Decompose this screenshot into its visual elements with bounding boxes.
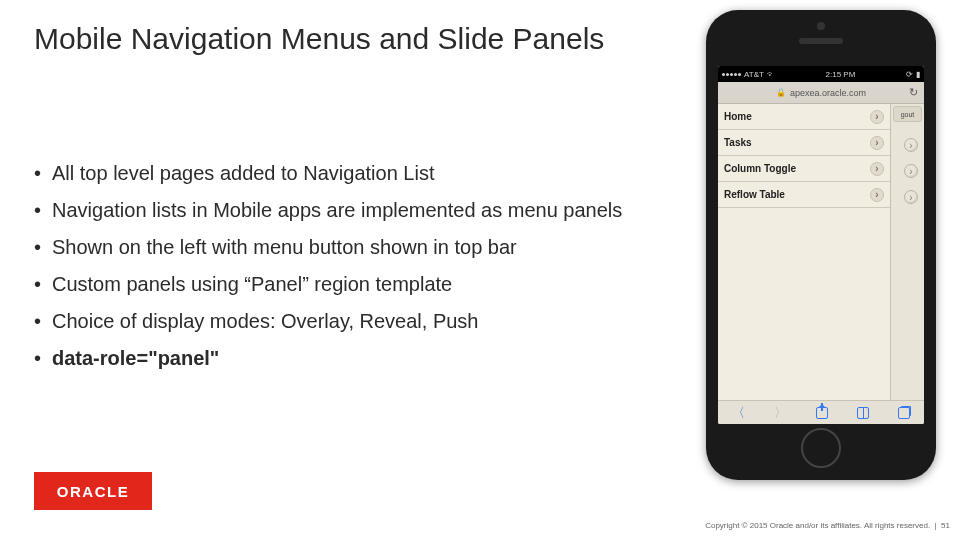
bullet-item: Shown on the left with menu button shown… bbox=[34, 234, 634, 261]
logout-button[interactable]: gout bbox=[893, 106, 922, 122]
bullet-item: data-role="panel" bbox=[34, 345, 634, 372]
wifi-icon: ᯤ bbox=[767, 70, 775, 79]
status-left: AT&T ᯤ bbox=[722, 70, 775, 79]
bullet-text: All top level pages added to Navigation … bbox=[52, 162, 434, 184]
signal-icon bbox=[722, 73, 741, 76]
logout-label: gout bbox=[901, 111, 915, 118]
carrier-label: AT&T bbox=[744, 70, 764, 79]
menu-item-column-toggle[interactable]: Column Toggle › bbox=[718, 156, 890, 182]
clock-label: 2:15 PM bbox=[826, 70, 856, 79]
bullet-item: Navigation lists in Mobile apps are impl… bbox=[34, 197, 634, 224]
browser-url-bar[interactable]: 🔒 apexea.oracle.com ↻ bbox=[718, 82, 924, 104]
menu-item-label: Column Toggle bbox=[724, 163, 796, 174]
bookmarks-icon[interactable] bbox=[857, 407, 869, 419]
phone-camera bbox=[817, 22, 825, 30]
tabs-icon[interactable] bbox=[898, 407, 910, 419]
row-disclosure-icon[interactable] bbox=[904, 164, 918, 178]
page-number: 51 bbox=[941, 521, 950, 530]
menu-item-label: Reflow Table bbox=[724, 189, 785, 200]
row-disclosure-icon[interactable] bbox=[904, 138, 918, 152]
slide-title: Mobile Navigation Menus and Slide Panels bbox=[34, 22, 604, 56]
menu-item-label: Tasks bbox=[724, 137, 752, 148]
forward-icon: 〉 bbox=[774, 404, 787, 422]
copyright-text: Copyright © 2015 Oracle and/or its affil… bbox=[705, 521, 930, 530]
chevron-right-icon: › bbox=[870, 136, 884, 150]
reload-icon[interactable]: ↻ bbox=[909, 86, 918, 99]
browser-toolbar: 〈 〉 bbox=[718, 400, 924, 424]
orientation-lock-icon: ⟳ bbox=[906, 70, 913, 79]
lock-icon: 🔒 bbox=[776, 88, 786, 97]
bullet-text: data-role="panel" bbox=[52, 347, 219, 369]
oracle-logo: ORACLE bbox=[34, 472, 152, 510]
bullet-text: Choice of display modes: Overlay, Reveal… bbox=[52, 310, 479, 332]
url-field[interactable]: 🔒 apexea.oracle.com bbox=[776, 88, 866, 98]
status-right: ⟳ ▮ bbox=[906, 70, 920, 79]
navigation-menu-panel: Home › Tasks › Column Toggle › Reflow Ta… bbox=[718, 104, 890, 400]
bullet-text: Shown on the left with menu button shown… bbox=[52, 236, 517, 258]
bullet-item: All top level pages added to Navigation … bbox=[34, 160, 634, 187]
bullet-list: All top level pages added to Navigation … bbox=[34, 160, 634, 382]
menu-item-home[interactable]: Home › bbox=[718, 104, 890, 130]
phone-device-frame: AT&T ᯤ 2:15 PM ⟳ ▮ 🔒 apexea.oracle.com ↻ bbox=[706, 10, 936, 480]
slide: Mobile Navigation Menus and Slide Panels… bbox=[0, 0, 960, 540]
bullet-text: Custom panels using “Panel” region templ… bbox=[52, 273, 452, 295]
phone-screen: AT&T ᯤ 2:15 PM ⟳ ▮ 🔒 apexea.oracle.com ↻ bbox=[718, 66, 924, 424]
menu-item-label: Home bbox=[724, 111, 752, 122]
chevron-right-icon: › bbox=[870, 188, 884, 202]
chevron-right-icon: › bbox=[870, 162, 884, 176]
url-text: apexea.oracle.com bbox=[790, 88, 866, 98]
menu-item-reflow-table[interactable]: Reflow Table › bbox=[718, 182, 890, 208]
chevron-right-icon: › bbox=[870, 110, 884, 124]
menu-item-tasks[interactable]: Tasks › bbox=[718, 130, 890, 156]
battery-icon: ▮ bbox=[916, 70, 920, 79]
bullet-text: Navigation lists in Mobile apps are impl… bbox=[52, 199, 622, 221]
app-content-behind-panel: gout bbox=[890, 104, 924, 400]
share-icon[interactable] bbox=[816, 407, 828, 419]
row-disclosure-icon[interactable] bbox=[904, 190, 918, 204]
back-icon[interactable]: 〈 bbox=[732, 404, 745, 422]
bullet-item: Choice of display modes: Overlay, Reveal… bbox=[34, 308, 634, 335]
bullet-item: Custom panels using “Panel” region templ… bbox=[34, 271, 634, 298]
footer: Copyright © 2015 Oracle and/or its affil… bbox=[705, 521, 950, 530]
status-bar: AT&T ᯤ 2:15 PM ⟳ ▮ bbox=[718, 66, 924, 82]
oracle-logo-text: ORACLE bbox=[57, 483, 129, 500]
